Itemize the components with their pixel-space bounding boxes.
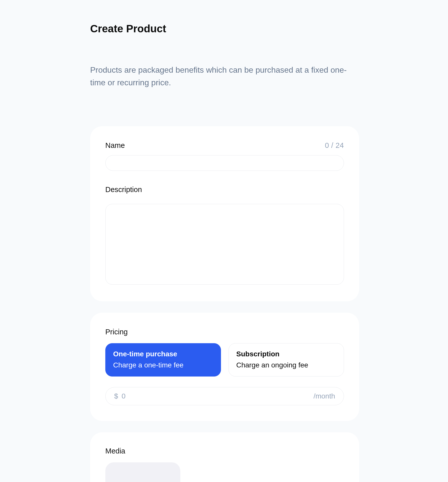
page-description: Products are packaged benefits which can… [90, 64, 359, 89]
price-suffix: /month [313, 392, 335, 400]
pricing-option-subscription-title: Subscription [236, 350, 336, 358]
pricing-option-onetime-title: One-time purchase [113, 350, 213, 358]
add-media-button[interactable]: Add product media [105, 462, 180, 482]
pricing-card: Pricing One-time purchase Charge a one-t… [90, 313, 359, 421]
price-input-wrap[interactable]: $ /month [105, 387, 344, 405]
description-field-label: Description [105, 185, 142, 194]
basic-info-card: Name 0 / 24 Description [90, 126, 359, 301]
name-char-counter: 0 / 24 [325, 141, 344, 150]
pricing-option-onetime[interactable]: One-time purchase Charge a one-time fee [105, 343, 221, 377]
media-section-label: Media [105, 447, 344, 455]
name-field-label: Name [105, 141, 125, 150]
name-input[interactable] [105, 155, 344, 171]
description-textarea[interactable] [105, 204, 344, 285]
dollar-icon: $ [114, 392, 118, 400]
media-card: Media Add product media [90, 432, 359, 482]
pricing-option-subscription-subtitle: Charge an ongoing fee [236, 361, 336, 369]
page-title: Create Product [90, 23, 359, 35]
price-input[interactable] [122, 392, 314, 400]
pricing-option-onetime-subtitle: Charge a one-time fee [113, 361, 213, 369]
pricing-option-subscription[interactable]: Subscription Charge an ongoing fee [229, 343, 344, 377]
pricing-section-label: Pricing [105, 328, 344, 336]
